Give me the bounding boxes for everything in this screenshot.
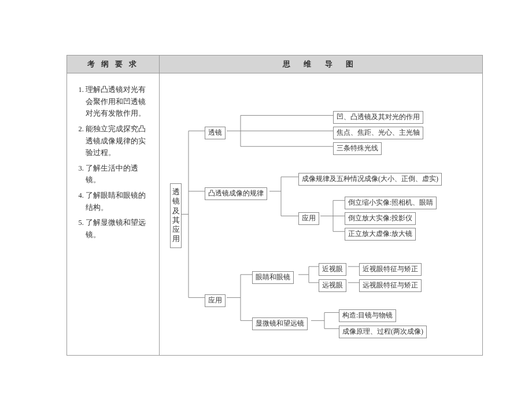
branch-scope: 显微镜和望远镜 — [252, 317, 308, 330]
leaf-hyperopia-text: 远视眼特征与矫正 — [359, 279, 422, 292]
syllabus-item: 理解凸透镜对光有会聚作用和凹透镜对光有发散作用。 — [86, 84, 152, 120]
node-hyperopia: 远视眼 — [319, 279, 346, 292]
leaf-myopia-text: 近视眼特征与矫正 — [359, 263, 422, 276]
leaf-lens-types: 凹、凸透镜及其对光的作用 — [333, 111, 423, 124]
header-mindmap: 思 维 导 图 — [160, 56, 482, 73]
leaf-apply-camera: 倒立缩小实像:照相机、眼睛 — [345, 197, 437, 209]
leaf-apply-magnifier: 正立放大虚像:放大镜 — [345, 228, 416, 241]
branch-lens: 透镜 — [205, 127, 226, 139]
leaf-lens-terms: 焦点、焦距、光心、主光轴 — [333, 127, 423, 139]
branch-imaging-rule: 凸透镜成像的规律 — [205, 187, 267, 200]
connector-lines — [160, 73, 482, 355]
mindmap-column: 透镜及其应用 透镜 凹、凸透镜及其对光的作用 焦点、焦距、光心、主光轴 三条特殊… — [160, 73, 482, 355]
leaf-rule: 成像规律及五种情况成像(大小、正倒、虚实) — [298, 173, 442, 186]
syllabus-list: 理解凸透镜对光有会聚作用和凹透镜对光有发散作用。 能独立完成探究凸透镜成像规律的… — [75, 84, 152, 241]
syllabus-item: 了解生活中的透镜。 — [86, 162, 152, 186]
syllabus-item: 了解显微镜和望远镜。 — [86, 217, 152, 241]
page-container: 考 纲 要 求 思 维 导 图 理解凸透镜对光有会聚作用和凹透镜对光有发散作用。… — [66, 55, 483, 356]
header-row: 考 纲 要 求 思 维 导 图 — [67, 56, 482, 73]
body-row: 理解凸透镜对光有会聚作用和凹透镜对光有发散作用。 能独立完成探究凸透镜成像规律的… — [67, 73, 482, 355]
leaf-lens-rays: 三条特殊光线 — [333, 142, 382, 155]
syllabus-item: 能独立完成探究凸透镜成像规律的实验过程。 — [86, 123, 152, 159]
leaf-apply-projector: 倒立放大实像:投影仪 — [345, 212, 416, 225]
branch-apply: 应用 — [298, 212, 319, 225]
syllabus-item: 了解眼睛和眼镜的结构。 — [86, 190, 152, 213]
leaf-scope-principle: 成像原理、过程(两次成像) — [339, 326, 427, 338]
syllabus-column: 理解凸透镜对光有会聚作用和凹透镜对光有发散作用。 能独立完成探究凸透镜成像规律的… — [67, 73, 160, 355]
header-syllabus: 考 纲 要 求 — [67, 56, 160, 73]
root-node: 透镜及其应用 — [170, 183, 182, 248]
branch-eye: 眼睛和眼镜 — [252, 271, 294, 284]
node-myopia: 近视眼 — [319, 263, 346, 276]
leaf-scope-structure: 构造:目镜与物镜 — [339, 309, 396, 322]
branch-application: 应用 — [205, 294, 226, 307]
